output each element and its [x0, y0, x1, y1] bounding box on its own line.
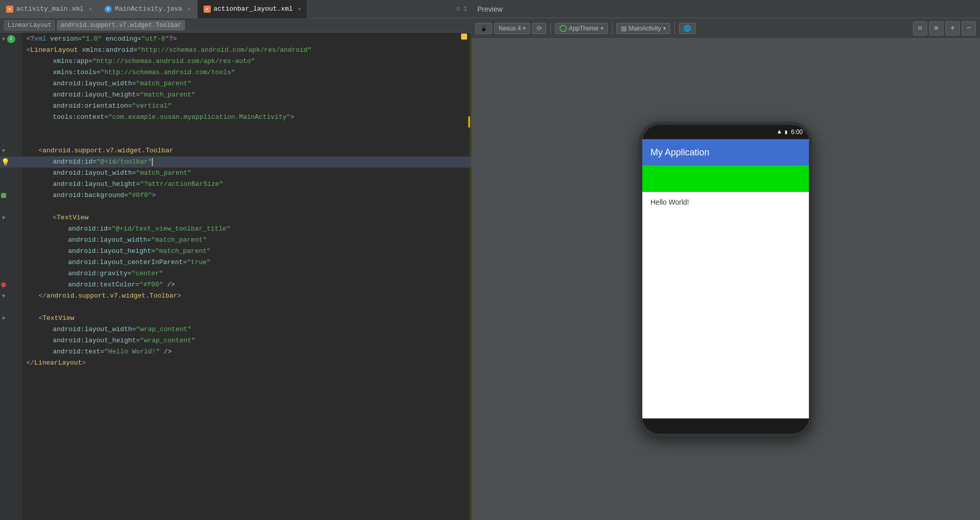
- code-token: "match_parent": [151, 236, 207, 244]
- code-token: <: [53, 214, 57, 221]
- chevron-down-icon: ▾: [523, 25, 526, 31]
- gutter-line: [0, 56, 22, 67]
- gutter-line: ▼: [0, 212, 22, 223]
- code-token: "wrap_content": [136, 326, 191, 333]
- code-token: "match_parent": [136, 169, 191, 177]
- code-token: android:textColor=: [68, 281, 139, 288]
- code-token: <?: [26, 35, 35, 43]
- lightbulb-icon: 💡: [1, 158, 10, 167]
- gutter-line: [0, 67, 22, 78]
- breadcrumb-linearlayout[interactable]: LinearLayout: [4, 20, 55, 30]
- breakpoint-green: [1, 193, 6, 198]
- exec-icon: C: [10, 37, 12, 42]
- gutter-line: [0, 257, 22, 268]
- gutter-line: [0, 346, 22, 358]
- phone-mockup: ▲ ▮ 6:00 My Application Hello World!: [639, 122, 812, 437]
- code-token: android:gravity=: [68, 270, 132, 277]
- code-token: encoding=: [102, 35, 141, 43]
- device-name-btn[interactable]: Nexus 4 ▾: [494, 23, 530, 34]
- code-token: "#0f0": [128, 191, 152, 199]
- code-line: android:gravity="center": [22, 268, 471, 279]
- gutter-line: ▼ C: [0, 34, 22, 45]
- preview-panel: Preview 📱 Nexus 4 ▾ ⟳ AppTheme ▾ ▤ MainA…: [471, 0, 980, 520]
- tab-mainactivity[interactable]: C MainActivity.java ✕: [99, 0, 197, 18]
- phone-screen: My Application Hello World!: [642, 139, 809, 418]
- gutter-line: [0, 89, 22, 101]
- code-line: android:text="Hello World!" />: [22, 346, 471, 358]
- java-icon: C: [105, 6, 112, 13]
- tab-bar: x activity_main.xml ✕ C MainActivity.jav…: [0, 0, 471, 18]
- phone-time: 6:00: [791, 128, 803, 136]
- code-token: "Hello World!": [104, 348, 159, 355]
- text-cursor: [152, 158, 153, 166]
- gutter-line: ▼: [0, 313, 22, 324]
- code-line: android:layout_width="match_parent": [22, 168, 471, 179]
- code-token: android:layout_height=: [53, 337, 140, 344]
- gutter-line: [0, 223, 22, 235]
- code-token: TextView: [43, 314, 74, 322]
- zoom-fit-width-btn[interactable]: ⊞: [929, 21, 943, 36]
- phone-app-title: My Application: [650, 147, 709, 158]
- phone-green-bar: [642, 166, 809, 192]
- code-token: </: [26, 359, 35, 367]
- device-selector-btn[interactable]: 📱: [475, 23, 492, 34]
- code-token: android:layout_height=: [68, 247, 155, 255]
- code-token: "center": [132, 270, 163, 277]
- tab-close-btn[interactable]: ✕: [89, 6, 92, 12]
- preview-content: ▲ ▮ 6:00 My Application Hello World!: [471, 39, 980, 520]
- breadcrumb-toolbar[interactable]: android.support.v7.widget.Toolbar: [57, 20, 185, 30]
- code-token: android.support.v7.widget.Toolbar: [43, 147, 173, 154]
- gutter-line: [0, 324, 22, 335]
- tab-actionbar-layout[interactable]: x actionbar_layout.xml ✕: [198, 0, 308, 18]
- code-token: "#f00": [139, 281, 163, 288]
- gutter-line: [0, 335, 22, 346]
- zoom-in-btn[interactable]: +: [945, 21, 960, 36]
- code-line: [22, 123, 471, 134]
- gutter-line: [0, 358, 22, 369]
- phone-content: Hello World!: [642, 192, 809, 418]
- code-line: android:layout_width="wrap_content": [22, 324, 471, 335]
- code-token: "wrap_content": [140, 337, 195, 344]
- code-token: android:text=: [53, 348, 104, 355]
- fold-arrow: ▼: [2, 148, 5, 154]
- tab-close-btn[interactable]: ✕: [187, 6, 191, 12]
- theme-label: AppTheme: [569, 25, 599, 32]
- rotate-btn[interactable]: ⟳: [532, 23, 546, 34]
- activity-selector-btn[interactable]: ▤ MainActivity ▾: [616, 23, 670, 34]
- code-line: tools:context="com.example.susan.myappli…: [22, 112, 471, 123]
- tab-activity-main[interactable]: x activity_main.xml ✕: [0, 0, 99, 18]
- theme-icon: [560, 25, 567, 32]
- zoom-out-btn[interactable]: −: [962, 21, 976, 36]
- tab-close-btn[interactable]: ✕: [298, 6, 302, 12]
- theme-selector-btn[interactable]: AppTheme ▾: [555, 23, 608, 34]
- gutter-line: [0, 279, 22, 290]
- zoom-fit-btn[interactable]: ⊡: [913, 21, 927, 36]
- xml-icon: x: [204, 6, 211, 13]
- code-token: xmlns:tools=: [53, 69, 101, 76]
- code-line: android:background="#0f0">: [22, 190, 471, 201]
- code-token: "vertical": [132, 102, 172, 110]
- code-token: "http://schemas.android.com/apk/res/andr…: [137, 46, 311, 54]
- locale-btn[interactable]: 🌐: [679, 23, 696, 34]
- code-token: android:background=: [53, 191, 128, 199]
- fold-arrow: ▼: [2, 316, 5, 321]
- code-token: "http://schemas.android.com/apk/res-auto…: [92, 57, 255, 65]
- separator: [550, 22, 551, 35]
- gutter-line: [0, 190, 22, 201]
- code-line: xmlns:tools="http://schemas.android.com/…: [22, 67, 471, 78]
- breakpoint-red: [1, 282, 6, 287]
- code-token: "match_parent": [155, 247, 211, 255]
- code-token: />: [163, 281, 175, 288]
- code-token: "1.0": [82, 35, 102, 43]
- code-token: android.support.v7.widget.Toolbar: [47, 292, 177, 300]
- fold-arrow: ▼: [2, 215, 5, 221]
- gutter-line: [0, 235, 22, 246]
- code-content[interactable]: <?xml version="1.0" encoding="utf-8"?> <…: [22, 32, 471, 520]
- code-line: <TextView: [22, 313, 471, 324]
- code-token: xmlns:app=: [53, 57, 92, 65]
- chevron-down-icon: ▾: [601, 25, 603, 31]
- code-token: android:layout_height=: [53, 91, 140, 99]
- phone-icon: 📱: [480, 25, 487, 32]
- gutter-line: [0, 112, 22, 123]
- code-token: <: [26, 46, 30, 54]
